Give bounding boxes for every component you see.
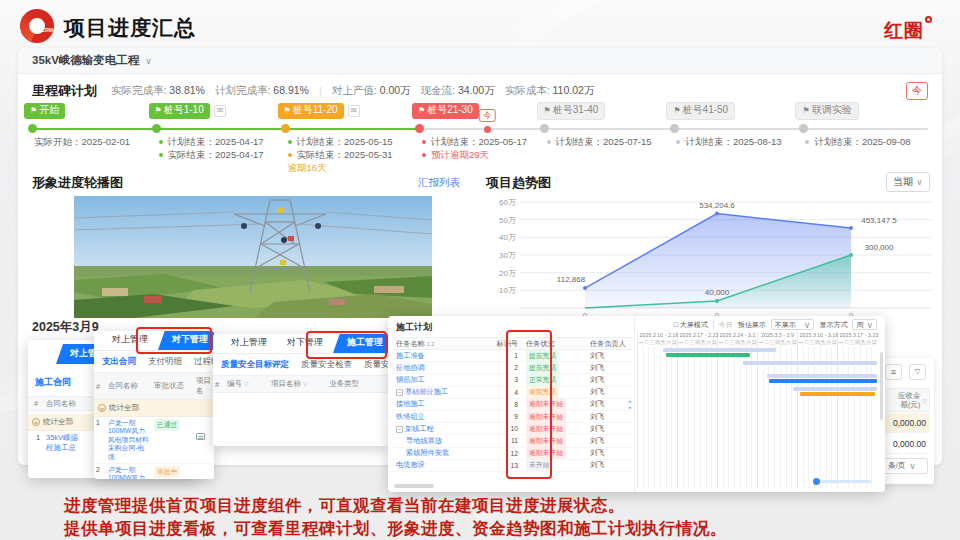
svg-text:50万: 50万 — [499, 216, 516, 225]
task-row[interactable]: 接地施工 8 逾期未开始 刘飞 — [392, 399, 632, 411]
photo-art — [74, 196, 432, 318]
task-row[interactable]: 紧线附件安装 12 逾期未开始 刘飞 — [392, 448, 632, 460]
tab-c-1[interactable]: 对下管理 — [277, 334, 333, 353]
task-row[interactable]: 征地协调 2 提前完成 刘飞 — [392, 362, 632, 374]
subtab-0[interactable]: 质量安全目标评定 — [221, 359, 289, 371]
milestone-detail: 计划结束：2025-09-08 — [805, 135, 910, 148]
collapse-icon[interactable]: − — [396, 389, 403, 396]
gantt-toolbar: □ 大屏模式 今日 预估展示 不展示∨ 显示方式 周∨ — [635, 318, 877, 331]
column-settings-button[interactable]: ≡ — [885, 364, 902, 380]
zoom-slider[interactable] — [813, 480, 871, 483]
flag-icon: ⚑ — [544, 106, 551, 115]
flag-icon: ⚑ — [418, 106, 425, 115]
mode-label: 显示方式 — [819, 320, 847, 330]
svg-text:40万: 40万 — [499, 233, 516, 242]
subtab-construction-contract[interactable]: 施工合同 — [35, 376, 71, 389]
task-table-header: 任务名称1 2 标识号 任务状态 任务负责人 — [392, 337, 632, 350]
task-row[interactable]: 铁塔组立 9 逾期未开始 刘飞 — [392, 411, 632, 423]
milestone-flag[interactable]: ⚑桩号41-50 — [666, 102, 735, 120]
gantt-week-column: 2025.2.17 - 2.23 一二三四五六日 — [677, 331, 717, 346]
gantt-bar-blue[interactable] — [769, 379, 877, 383]
tab-b-1[interactable]: 对下管理 — [158, 331, 214, 350]
subtab-2[interactable]: 质量安全奖罚 — [364, 359, 389, 371]
milestone-dot — [152, 124, 161, 133]
mail-icon[interactable]: ✉ — [348, 105, 361, 117]
gantt-bar-plan[interactable] — [767, 374, 877, 378]
contract-name-line[interactable]: 程施工总 — [46, 443, 78, 453]
gantt-bar-plan[interactable] — [663, 348, 776, 352]
filter-icon: ▽ — [244, 381, 249, 387]
milestone-stat: 对上产值: 0.00万 — [332, 84, 411, 98]
status-badge: 已通过 — [154, 419, 180, 431]
seal-icon — [196, 433, 205, 440]
milestone-flag[interactable]: ⚑桩号1-10 — [149, 103, 210, 119]
filter-icon: ▽ — [922, 397, 927, 404]
carousel-date-caption: 2025年3月9 — [32, 319, 99, 336]
subtab-2[interactable]: 过程结算 — [194, 356, 214, 368]
flag-icon: ⚑ — [30, 106, 37, 115]
table-row[interactable]: 2 卢龙一期100MW风力 审批中 — [94, 464, 214, 479]
gantt-bar-green[interactable] — [666, 353, 750, 357]
mode-select[interactable]: 周∨ — [852, 319, 877, 330]
chevron-down-icon: ∨ — [916, 177, 923, 187]
table-header: # 合同名称 审批状态 项目名 — [94, 372, 214, 400]
vertical-scrollbar[interactable] — [880, 352, 883, 420]
flag-icon: ⚑ — [673, 106, 680, 115]
milestone-detail: 逾期16天 — [288, 161, 393, 174]
task-status-badge: 逾期未开始 — [526, 411, 566, 423]
report-list-link[interactable]: 汇报列表 — [418, 176, 460, 190]
forecast-select[interactable]: 不展示∨ — [771, 319, 815, 330]
task-status-badge: 逾期未开始 — [526, 435, 566, 447]
progress-photo[interactable] — [74, 196, 432, 318]
task-row[interactable]: 导地线展放 11 逾期未开始 刘飞 — [392, 435, 632, 447]
today-button[interactable]: 今 — [906, 82, 928, 100]
filter-icon: ▽ — [915, 368, 920, 376]
collapse-handle[interactable]: «» — [628, 398, 631, 410]
tab-b-0[interactable]: 对上管理 — [102, 331, 158, 350]
subtab-1[interactable]: 支付明细 — [148, 356, 182, 368]
milestone-flag[interactable]: ⚑桩号21-30 — [412, 103, 479, 119]
carousel-title: 形象进度轮播图 — [32, 174, 123, 192]
period-select[interactable]: 当期 ∨ — [886, 172, 930, 192]
task-row[interactable]: 钢筋加工 3 正常完成 刘飞 — [392, 374, 632, 386]
contract-name-line[interactable]: 35kV峨德 — [46, 433, 78, 443]
gantt-bar-plan[interactable] — [743, 361, 877, 365]
divider — [713, 321, 714, 329]
milestone-stat: 实际成本: 110.02万 — [505, 84, 595, 98]
stat-icon: ∗ — [98, 404, 106, 412]
slider-knob[interactable] — [813, 478, 820, 485]
task-row[interactable]: −基础部分施工 4 逾期完成 刘飞 — [392, 387, 632, 399]
mail-icon[interactable]: ✉ — [214, 105, 227, 117]
today-button-disabled[interactable]: 今日 — [719, 320, 733, 330]
milestone-title: 里程碑计划 — [32, 82, 97, 100]
subtab-0[interactable]: 支出合同 — [102, 356, 136, 368]
tab-bar: 对上管理对下管理施工管理 — [213, 334, 389, 354]
subtab-1[interactable]: 质量安全检查 — [301, 359, 352, 371]
tab-c-2[interactable]: 施工管理 — [333, 334, 389, 353]
tab-c-0[interactable]: 对上管理 — [221, 334, 277, 353]
project-selector[interactable]: 35kV峨德输变电工程 ∨ — [18, 48, 942, 74]
gantt-bar-plan[interactable] — [793, 387, 877, 391]
collapse-icon[interactable]: − — [396, 426, 403, 433]
task-status-badge: 提前完成 — [526, 362, 559, 374]
gantt-chart[interactable] — [637, 346, 877, 488]
stat-row[interactable]: ∗ 统计全部 — [94, 400, 214, 417]
table-row[interactable]: 1 卢龙一期100MW风力风电项目材料采购合同-电缆 已通过 — [94, 417, 214, 464]
gantt-bar-orange[interactable] — [800, 392, 874, 396]
milestone-flag[interactable]: ⚑桩号31-40 — [537, 102, 606, 120]
milestone-flag[interactable]: ⚑开始 — [24, 103, 65, 119]
milestone-detail: 计划结束：2025-07-15 — [547, 135, 652, 148]
today-marker-badge: 今 — [479, 109, 496, 122]
filter-button[interactable]: ▽ — [909, 364, 926, 380]
horizontal-scrollbar[interactable] — [394, 484, 434, 488]
task-row[interactable]: 施工准备 1 提前完成 刘飞 — [392, 350, 632, 362]
timeline-progress — [32, 128, 420, 130]
milestone-flag[interactable]: ⚑联调实验 — [795, 102, 858, 120]
milestone-stat: 现金流: 34.00万 — [421, 84, 495, 98]
sort-icon[interactable]: 1 2 — [427, 341, 435, 347]
task-row[interactable]: −架线工程 10 逾期未开始 刘飞 — [392, 423, 632, 435]
milestone-flag[interactable]: ⚑桩号11-20 — [278, 103, 344, 119]
gantt-week-column: 2025.2.10 - 2.16 一二三四五六日 — [637, 331, 677, 346]
task-row[interactable]: 电缆敷设 13 未开始 刘飞 — [392, 460, 632, 472]
fullscreen-checkbox[interactable]: □ 大屏模式 — [674, 320, 708, 330]
